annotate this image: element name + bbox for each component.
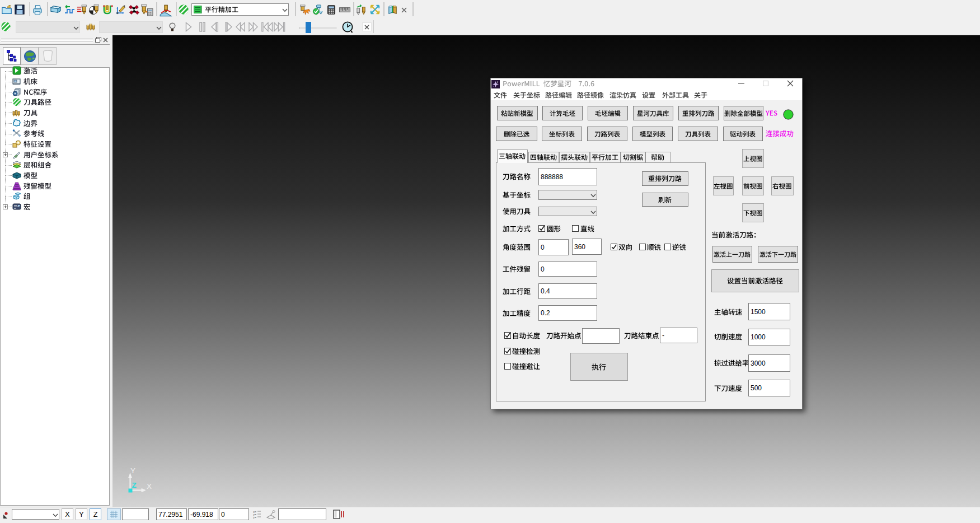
svg-text:Z: Z xyxy=(132,481,137,489)
svg-text:X: X xyxy=(147,482,152,491)
svg-text:Y: Y xyxy=(130,466,135,475)
svg-text:z=: z= xyxy=(253,516,256,519)
